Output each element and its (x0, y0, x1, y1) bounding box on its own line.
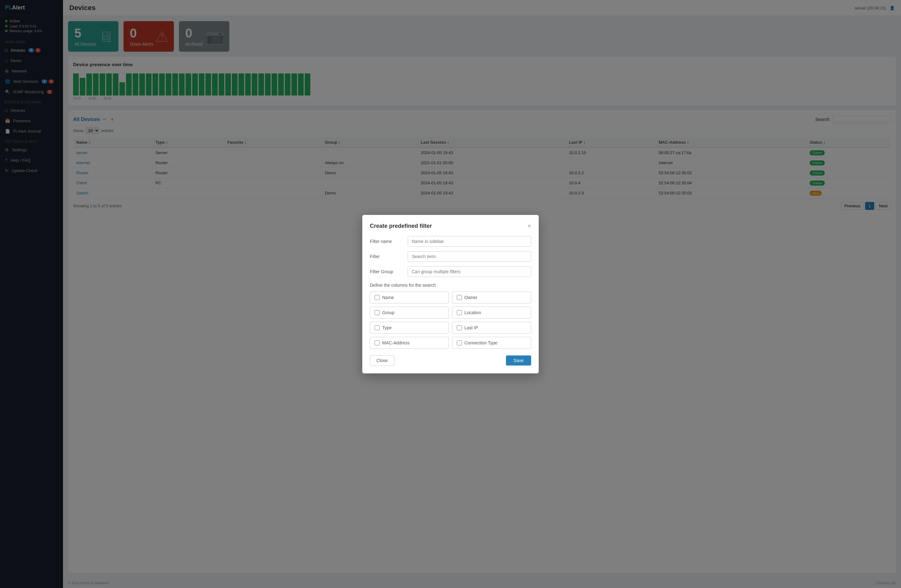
close-button[interactable]: Close (370, 355, 394, 366)
checkbox-label-owner: Owner (465, 295, 477, 300)
checkbox-label-connection-type: Connection Type (465, 340, 497, 345)
checkbox-connection-type[interactable] (457, 340, 462, 345)
modal-close-button[interactable]: × (527, 223, 531, 230)
checkbox-label-location: Location (465, 310, 481, 315)
modal-overlay: Create predefined filter × Filter name F… (0, 0, 901, 588)
column-checkbox-owner[interactable]: Owner (452, 292, 531, 303)
column-checkbox-type[interactable]: Type (370, 322, 449, 334)
checkbox-label-type: Type (382, 325, 391, 330)
save-button[interactable]: Save (506, 356, 531, 365)
column-checkbox-location[interactable]: Location (452, 307, 531, 318)
checkbox-owner[interactable] (457, 295, 462, 300)
column-checkbox-mac-address[interactable]: MAC-Address (370, 337, 449, 349)
modal-footer: Close Save (370, 355, 531, 366)
column-checkbox-name[interactable]: Name (370, 292, 449, 303)
checkbox-last-ip[interactable] (457, 325, 462, 330)
checkbox-label-group: Group (382, 310, 394, 315)
columns-label: Define the columns for the search (370, 283, 531, 288)
filter-name-label: Filter name (370, 239, 408, 244)
checkbox-label-mac-address: MAC-Address (382, 340, 410, 345)
filter-group-label: Filter Group (370, 269, 408, 274)
column-checkbox-last-ip[interactable]: Last IP (452, 322, 531, 334)
filter-row: Filter (370, 251, 531, 262)
filter-name-row: Filter name (370, 236, 531, 247)
create-filter-modal: Create predefined filter × Filter name F… (362, 215, 539, 373)
filter-input[interactable] (408, 251, 531, 262)
filter-label: Filter (370, 254, 408, 259)
column-checkbox-group[interactable]: Group (370, 307, 449, 318)
modal-title: Create predefined filter (370, 223, 432, 229)
column-checkbox-connection-type[interactable]: Connection Type (452, 337, 531, 349)
checkbox-label-last-ip: Last IP (465, 325, 478, 330)
modal-header: Create predefined filter × (370, 223, 531, 230)
checkbox-label-name: Name (382, 295, 394, 300)
filter-group-input[interactable] (408, 266, 531, 277)
checkbox-location[interactable] (457, 310, 462, 315)
filter-name-input[interactable] (408, 236, 531, 247)
checkbox-group[interactable] (374, 310, 380, 315)
columns-grid: Name Owner Group Location Type Last IP M… (370, 292, 531, 349)
columns-section: Define the columns for the search Name O… (370, 283, 531, 349)
filter-group-row: Filter Group (370, 266, 531, 277)
checkbox-type[interactable] (374, 325, 380, 330)
checkbox-mac-address[interactable] (374, 340, 380, 345)
checkbox-name[interactable] (374, 295, 380, 300)
